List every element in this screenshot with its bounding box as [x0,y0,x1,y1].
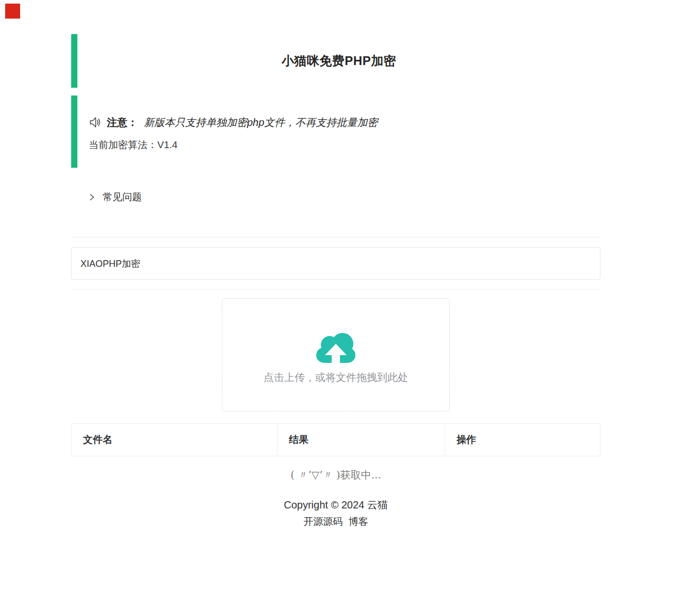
upload-dropzone[interactable]: 点击上传，或将文件拖拽到此处 [222,298,450,411]
divider [71,289,600,290]
screen-record-marker [5,4,20,19]
faq-collapse-toggle[interactable]: 常见问题 [71,188,142,206]
footer-source-link[interactable]: 开源源码 [303,516,343,527]
footer-links: 开源源码 博客 [71,515,600,529]
algorithm-value: V1.4 [157,139,177,151]
notice-label: 注意： [107,116,138,130]
footer-copyright: Copyright © 2024 云猫 [71,498,600,512]
upload-cloud-icon [314,331,357,363]
footer-blog-link[interactable]: 博客 [349,516,368,527]
title-block: 小猫咪免费PHP加密 [71,34,600,88]
notice-line: 注意： 新版本只支持单独加密php文件，不再支持批量加密 [89,111,600,134]
encrypt-tool-label: XIAOPHP加密 [80,258,140,270]
upload-hint-text: 点击上传，或将文件拖拽到此处 [222,370,449,385]
main-content: 小猫咪免费PHP加密 注意： 新版本只支持单独加密php文件，不再支持批量加密 … [71,34,600,529]
speaker-icon [89,116,102,129]
column-header-result: 结果 [278,424,445,456]
notice-block: 注意： 新版本只支持单独加密php文件，不再支持批量加密 当前加密算法： V1.… [71,95,600,168]
encrypt-tool-card[interactable]: XIAOPHP加密 [71,247,600,280]
algorithm-label: 当前加密算法： [89,138,157,152]
column-header-filename: 文件名 [72,424,278,456]
divider [71,237,600,237]
faq-label: 常见问题 [103,190,142,204]
column-header-action: 操作 [445,424,600,456]
page-title: 小猫咪免费PHP加密 [282,53,396,69]
table-loading-text: ( 〃’▽’〃 )获取中... [71,467,600,483]
chevron-right-icon [88,193,96,201]
algorithm-line: 当前加密算法： V1.4 [89,134,600,156]
results-table-header: 文件名 结果 操作 [71,423,600,456]
notice-message: 新版本只支持单独加密php文件，不再支持批量加密 [144,116,378,130]
